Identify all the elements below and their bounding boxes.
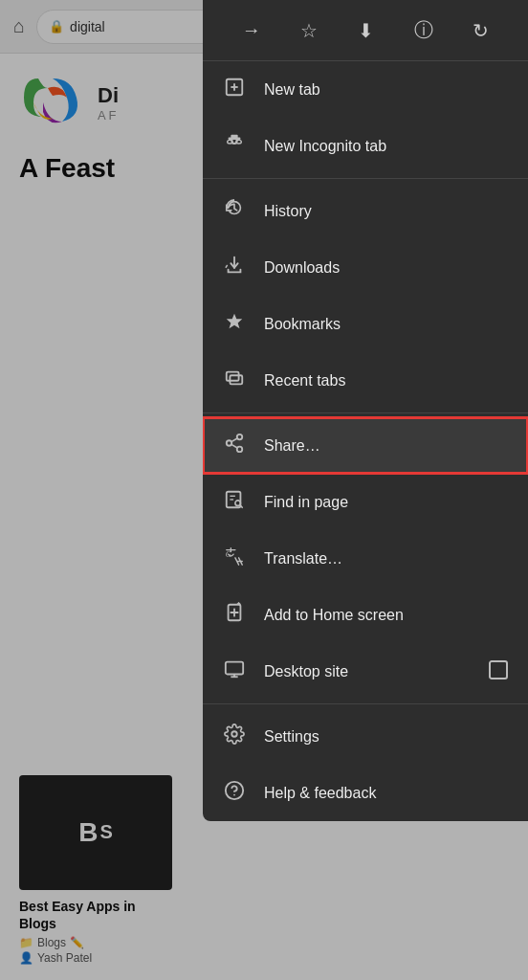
help-feedback-label: Help & feedback xyxy=(264,785,509,802)
toolbar-refresh-icon[interactable]: ↻ xyxy=(465,15,496,46)
find-in-page-icon xyxy=(222,489,247,515)
menu-item-history[interactable]: History xyxy=(203,183,528,239)
svg-rect-11 xyxy=(230,375,242,384)
recent-tabs-label: Recent tabs xyxy=(264,372,509,390)
svg-rect-26 xyxy=(226,662,243,675)
dropdown-toolbar: → ☆ ⬇ ⓘ ↻ xyxy=(203,0,528,61)
svg-point-13 xyxy=(227,440,232,446)
menu-item-add-to-home[interactable]: Add to Home screen xyxy=(203,587,528,643)
svg-line-16 xyxy=(231,438,237,442)
toolbar-download-icon[interactable]: ⬇ xyxy=(350,15,382,46)
settings-label: Settings xyxy=(264,728,509,746)
svg-point-12 xyxy=(237,434,243,440)
svg-point-30 xyxy=(231,731,237,737)
menu-item-bookmarks[interactable]: Bookmarks xyxy=(203,296,528,352)
share-icon xyxy=(222,433,247,458)
downloads-icon xyxy=(222,255,247,280)
downloads-label: Downloads xyxy=(264,259,509,277)
recent-tabs-icon xyxy=(222,368,247,393)
new-incognito-tab-label: New Incognito tab xyxy=(264,138,509,155)
svg-point-14 xyxy=(237,447,243,453)
bookmarks-icon xyxy=(222,311,247,337)
add-to-home-label: Add to Home screen xyxy=(264,607,509,624)
menu-item-new-incognito-tab[interactable]: New Incognito tab xyxy=(203,118,528,174)
menu-item-settings[interactable]: Settings xyxy=(203,708,528,765)
svg-rect-10 xyxy=(227,372,239,381)
divider-2 xyxy=(203,412,528,413)
history-label: History xyxy=(264,203,509,220)
toolbar-info-icon[interactable]: ⓘ xyxy=(407,13,441,47)
share-label: Share… xyxy=(264,437,509,455)
bookmarks-label: Bookmarks xyxy=(264,316,509,333)
svg-rect-7 xyxy=(231,135,237,139)
find-in-page-label: Find in page xyxy=(264,494,509,511)
menu-item-downloads[interactable]: Downloads xyxy=(203,239,528,296)
new-tab-label: New tab xyxy=(264,81,509,99)
translate-label: Translate… xyxy=(264,550,509,568)
toolbar-star-icon[interactable]: ☆ xyxy=(293,15,325,46)
menu-item-find-in-page[interactable]: Find in page xyxy=(203,474,528,530)
translate-icon: G xyxy=(222,546,247,571)
menu-item-share[interactable]: Share… xyxy=(203,417,528,474)
svg-line-15 xyxy=(231,444,237,448)
help-icon xyxy=(222,780,247,806)
desktop-site-icon xyxy=(222,658,247,684)
menu-item-recent-tabs[interactable]: Recent tabs xyxy=(203,352,528,409)
toolbar-forward-icon[interactable]: → xyxy=(234,15,269,45)
incognito-icon xyxy=(222,133,247,159)
desktop-site-checkbox[interactable] xyxy=(488,659,509,684)
settings-icon xyxy=(222,724,247,749)
divider-3 xyxy=(203,703,528,704)
divider-1 xyxy=(203,178,528,179)
history-icon xyxy=(222,198,247,224)
menu-item-translate[interactable]: G Translate… xyxy=(203,530,528,587)
menu-item-new-tab[interactable]: New tab xyxy=(203,61,528,118)
desktop-site-label: Desktop site xyxy=(264,663,471,680)
add-to-home-icon xyxy=(222,602,247,628)
menu-item-help-feedback[interactable]: Help & feedback xyxy=(203,765,528,821)
svg-marker-9 xyxy=(227,314,243,329)
new-tab-icon xyxy=(222,77,247,102)
svg-point-32 xyxy=(233,794,235,796)
svg-rect-29 xyxy=(490,661,507,679)
menu-item-desktop-site[interactable]: Desktop site xyxy=(203,643,528,700)
dropdown-menu: → ☆ ⬇ ⓘ ↻ New tab xyxy=(203,0,528,821)
